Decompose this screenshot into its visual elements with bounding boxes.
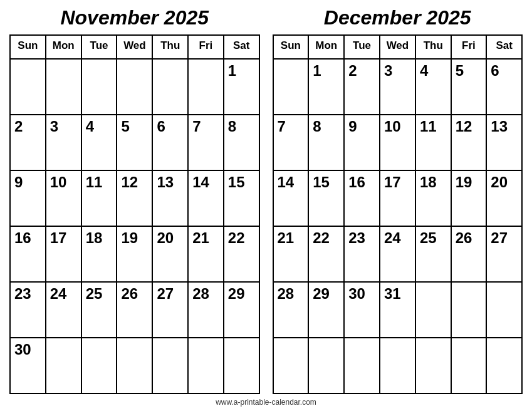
day-20: 20 [152, 226, 188, 282]
day-12: 12 [117, 170, 152, 226]
table-row: 23242526272829 [10, 282, 259, 338]
day-4: 4 [415, 59, 451, 115]
day-21: 21 [188, 226, 224, 282]
empty-cell [117, 338, 152, 393]
day-7: 7 [273, 115, 309, 170]
day-31: 31 [380, 282, 415, 338]
header-wed: Wed [117, 35, 152, 59]
day-10: 10 [380, 115, 415, 170]
day-27: 27 [486, 226, 522, 282]
header-wed: Wed [380, 35, 415, 59]
day-22: 22 [224, 226, 259, 282]
day-8: 8 [224, 115, 259, 170]
day-20: 20 [486, 170, 522, 226]
empty-cell [273, 338, 309, 393]
day-2: 2 [344, 59, 380, 115]
day-28: 28 [188, 282, 224, 338]
day-7: 7 [188, 115, 224, 170]
day-19: 19 [451, 170, 487, 226]
day-17: 17 [46, 226, 81, 282]
table-row: 2345678 [10, 115, 259, 170]
day-26: 26 [451, 226, 487, 282]
table-row [273, 338, 523, 393]
day-14: 14 [188, 170, 224, 226]
empty-cell [486, 338, 522, 393]
header-fri: Fri [188, 35, 224, 59]
day-11: 11 [81, 170, 117, 226]
december-header-row: SunMonTueWedThuFriSat [273, 35, 523, 59]
day-5: 5 [117, 115, 152, 170]
empty-cell [224, 338, 259, 393]
header-tue: Tue [81, 35, 117, 59]
day-30: 30 [344, 282, 380, 338]
day-30: 30 [10, 338, 46, 393]
header-sat: Sat [486, 35, 522, 59]
day-1: 1 [224, 59, 259, 115]
day-6: 6 [152, 115, 188, 170]
empty-cell [46, 59, 81, 115]
day-23: 23 [344, 226, 380, 282]
day-27: 27 [152, 282, 188, 338]
day-9: 9 [344, 115, 380, 170]
day-10: 10 [46, 170, 81, 226]
day-9: 9 [10, 170, 46, 226]
day-18: 18 [81, 226, 117, 282]
footer-text: www.a-printable-calendar.com [216, 398, 316, 408]
day-22: 22 [308, 226, 344, 282]
table-row: 123456 [273, 59, 523, 115]
day-13: 13 [486, 115, 522, 170]
day-25: 25 [415, 226, 451, 282]
table-row: 9101112131415 [10, 170, 259, 226]
december-title: December 2025 [273, 6, 523, 29]
day-3: 3 [46, 115, 81, 170]
day-15: 15 [308, 170, 344, 226]
empty-cell [415, 338, 451, 393]
december-calendar: December 2025 SunMonTueWedThuFriSat 1234… [273, 6, 523, 394]
table-row: 1 [10, 59, 259, 115]
day-21: 21 [273, 226, 309, 282]
day-24: 24 [46, 282, 81, 338]
day-8: 8 [308, 115, 344, 170]
day-5: 5 [451, 59, 487, 115]
day-29: 29 [224, 282, 259, 338]
day-16: 16 [344, 170, 380, 226]
empty-cell [188, 338, 224, 393]
day-25: 25 [81, 282, 117, 338]
november-title: November 2025 [9, 6, 260, 29]
table-row: 21222324252627 [273, 226, 523, 282]
empty-cell [81, 338, 117, 393]
header-sun: Sun [273, 35, 309, 59]
header-sun: Sun [10, 35, 46, 59]
day-19: 19 [117, 226, 152, 282]
header-thu: Thu [415, 35, 451, 59]
day-4: 4 [81, 115, 117, 170]
table-row: 14151617181920 [273, 170, 523, 226]
empty-cell [117, 59, 152, 115]
empty-cell [152, 338, 188, 393]
day-1: 1 [308, 59, 344, 115]
table-row: 16171819202122 [10, 226, 259, 282]
day-17: 17 [380, 170, 415, 226]
empty-cell [486, 282, 522, 338]
header-sat: Sat [224, 35, 259, 59]
day-13: 13 [152, 170, 188, 226]
day-29: 29 [308, 282, 344, 338]
day-24: 24 [380, 226, 415, 282]
table-row: 30 [10, 338, 259, 393]
day-3: 3 [380, 59, 415, 115]
day-6: 6 [486, 59, 522, 115]
header-thu: Thu [152, 35, 188, 59]
december-grid: SunMonTueWedThuFriSat 123456789101112131… [273, 34, 523, 394]
table-row: 78910111213 [273, 115, 523, 170]
november-header-row: SunMonTueWedThuFriSat [10, 35, 259, 59]
header-mon: Mon [46, 35, 81, 59]
empty-cell [152, 59, 188, 115]
day-15: 15 [224, 170, 259, 226]
empty-cell [380, 338, 415, 393]
day-28: 28 [273, 282, 309, 338]
empty-cell [344, 338, 380, 393]
day-26: 26 [117, 282, 152, 338]
header-tue: Tue [344, 35, 380, 59]
day-14: 14 [273, 170, 309, 226]
day-16: 16 [10, 226, 46, 282]
